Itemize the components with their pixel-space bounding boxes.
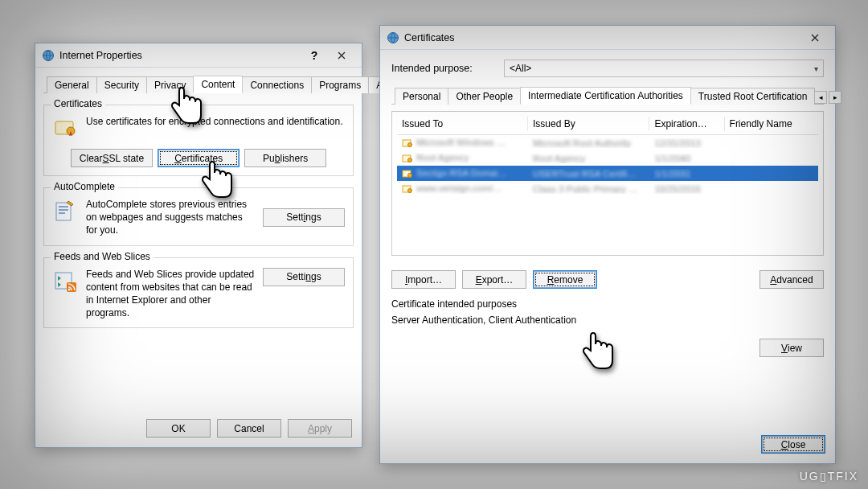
- group-legend: AutoComplete: [51, 181, 118, 192]
- certificates-window: Certificates Intended purpose: <All> ▾ P…: [379, 25, 836, 464]
- close-dialog-button[interactable]: Close: [761, 435, 825, 454]
- help-button[interactable]: ?: [301, 47, 328, 64]
- tab-personal[interactable]: Personal: [395, 88, 448, 105]
- svg-point-18: [408, 188, 412, 192]
- lbl: ertificates: [182, 153, 223, 164]
- dialog-buttons: OK Cancel Apply: [146, 419, 352, 438]
- certificates-window-icon: [387, 31, 399, 44]
- titlebar: Internet Properties ?: [35, 43, 362, 68]
- close-button[interactable]: [801, 29, 829, 47]
- remove-button[interactable]: Remove: [533, 270, 597, 289]
- certificate-purposes: Certificate intended purposes Server Aut…: [391, 298, 824, 326]
- autocomplete-settings-button[interactable]: Settings: [263, 208, 345, 227]
- tab-security[interactable]: Security: [96, 76, 147, 93]
- tab-connections[interactable]: Connections: [242, 76, 312, 93]
- feeds-icon: [52, 268, 78, 294]
- certificate-list[interactable]: Issued To Issued By Expiration… Friendly…: [391, 111, 824, 256]
- clear-ssl-state-button[interactable]: Clear SSL state: [71, 149, 153, 167]
- svg-rect-4: [59, 206, 68, 208]
- col-friendly-name[interactable]: Friendly Name: [725, 117, 818, 131]
- tab-strip: General Security Privacy Content Connect…: [43, 74, 354, 93]
- certificate-row[interactable]: Sectigo RSA Domai…USERTrust RSA Certifi……: [397, 166, 818, 181]
- dialog-body: Intended purpose: <All> ▾ Personal Other…: [380, 50, 835, 368]
- apply-button[interactable]: Apply: [288, 419, 352, 438]
- certificates-button[interactable]: Certificates: [158, 149, 240, 167]
- tab-trusted-root[interactable]: Trusted Root Certification: [690, 88, 816, 105]
- col-issued-to[interactable]: Issued To: [397, 117, 528, 131]
- svg-rect-5: [59, 209, 68, 211]
- feeds-settings-button[interactable]: Settings: [263, 268, 345, 286]
- svg-rect-3: [56, 203, 71, 220]
- intended-purpose-label: Intended purpose:: [391, 63, 494, 74]
- certificate-row[interactable]: Microsoft Windows …Microsoft Root Author…: [397, 135, 818, 150]
- autocomplete-group: AutoComplete AutoComplete stores previou…: [43, 187, 354, 246]
- col-issued-by[interactable]: Issued By: [528, 117, 649, 131]
- certificate-row[interactable]: Root AgencyRoot Agency1/1/2040: [397, 150, 818, 166]
- group-legend: Certificates: [51, 98, 105, 109]
- dialog-buttons: Close: [761, 435, 825, 454]
- autocomplete-icon: [52, 198, 78, 224]
- watermark: UG▯TFIX: [800, 470, 858, 483]
- ok-button[interactable]: OK: [146, 419, 211, 438]
- certificate-icon: [402, 184, 413, 194]
- certificate-icon: [402, 169, 413, 179]
- internet-properties-window: Internet Properties ? General Security P…: [35, 43, 362, 448]
- certificate-icon: [52, 115, 78, 141]
- svg-point-16: [408, 173, 412, 177]
- col-expiration[interactable]: Expiration…: [649, 117, 724, 131]
- tab-scroll-right[interactable]: ▸: [829, 91, 841, 104]
- tab-programs[interactable]: Programs: [311, 76, 369, 93]
- tab-general[interactable]: General: [47, 76, 97, 93]
- certificate-icon: [402, 138, 413, 148]
- svg-rect-6: [59, 212, 65, 214]
- feeds-desc: Feeds and Web Slices provide updated con…: [86, 268, 255, 320]
- feeds-group: Feeds and Web Slices Feeds and Web Slice…: [43, 257, 354, 329]
- export-button[interactable]: Export…: [462, 270, 526, 289]
- cancel-button[interactable]: Cancel: [217, 419, 281, 438]
- tab-scroll-left[interactable]: ◂: [814, 91, 827, 104]
- select-value: <All>: [510, 63, 531, 74]
- window-title: Certificates: [404, 32, 801, 43]
- certificates-group: Certificates Use certificates for encryp…: [43, 105, 354, 176]
- group-legend: Feeds and Web Slices: [51, 251, 154, 262]
- tab-privacy[interactable]: Privacy: [146, 76, 194, 93]
- svg-point-9: [68, 288, 71, 290]
- cert-tab-strip: Personal Other People Intermediate Certi…: [391, 85, 824, 105]
- purposes-value: Server Authentication, Client Authentica…: [391, 314, 824, 326]
- internet-options-icon: [42, 49, 55, 62]
- svg-point-12: [408, 142, 412, 146]
- certificate-row[interactable]: www.verisign.com/…Class 3 Public Primary…: [397, 181, 818, 196]
- chevron-down-icon: ▾: [814, 64, 818, 73]
- titlebar: Certificates: [380, 26, 835, 50]
- svg-rect-8: [67, 282, 76, 292]
- close-button[interactable]: [328, 47, 355, 64]
- svg-point-14: [408, 158, 412, 162]
- publishers-button[interactable]: Publishers: [244, 149, 326, 167]
- autocomplete-desc: AutoComplete stores previous entries on …: [86, 198, 255, 237]
- certificate-icon: [402, 154, 413, 163]
- list-header: Issued To Issued By Expiration… Friendly…: [397, 117, 818, 135]
- import-button[interactable]: Import…: [391, 270, 456, 289]
- certificates-desc: Use certificates for encrypted connectio…: [86, 115, 345, 128]
- purposes-label: Certificate intended purposes: [391, 298, 824, 310]
- intended-purpose-select[interactable]: <All> ▾: [504, 60, 824, 77]
- tab-other-people[interactable]: Other People: [448, 88, 521, 105]
- view-button[interactable]: View: [760, 339, 824, 357]
- tab-intermediate-ca[interactable]: Intermediate Certification Authorities: [520, 87, 691, 105]
- window-title: Internet Properties: [59, 50, 301, 61]
- tab-content[interactable]: Content: [193, 76, 243, 93]
- advanced-button[interactable]: Advanced: [760, 270, 824, 289]
- dialog-body: General Security Privacy Content Connect…: [35, 68, 362, 336]
